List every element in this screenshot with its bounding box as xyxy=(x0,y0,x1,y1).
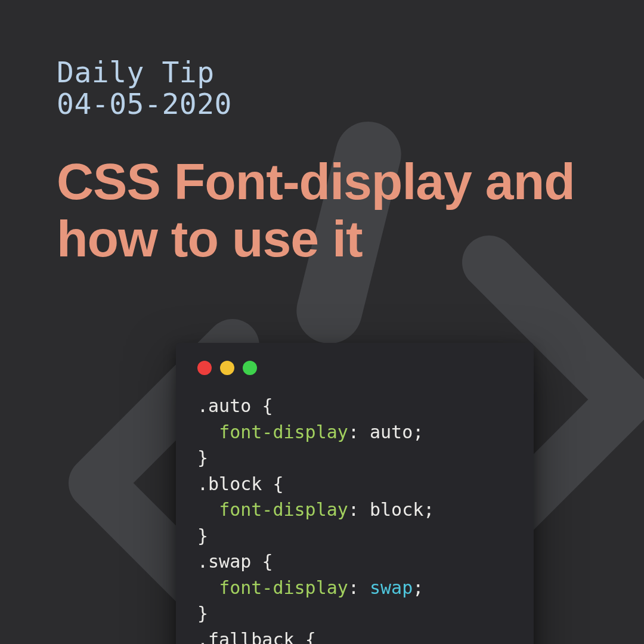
code-snippet: .auto { font-display: auto; } .block { f… xyxy=(197,393,512,644)
minimize-icon xyxy=(220,361,234,375)
kicker-block: Daily Tip 04-05-2020 xyxy=(57,57,587,120)
window-traffic-lights xyxy=(197,361,512,375)
zoom-icon xyxy=(243,361,257,375)
close-icon xyxy=(197,361,212,375)
kicker-date: 04-05-2020 xyxy=(57,88,587,120)
kicker-label: Daily Tip xyxy=(57,57,587,88)
code-window: .auto { font-display: auto; } .block { f… xyxy=(176,343,534,644)
page-title: CSS Font-display and how to use it xyxy=(57,153,587,268)
